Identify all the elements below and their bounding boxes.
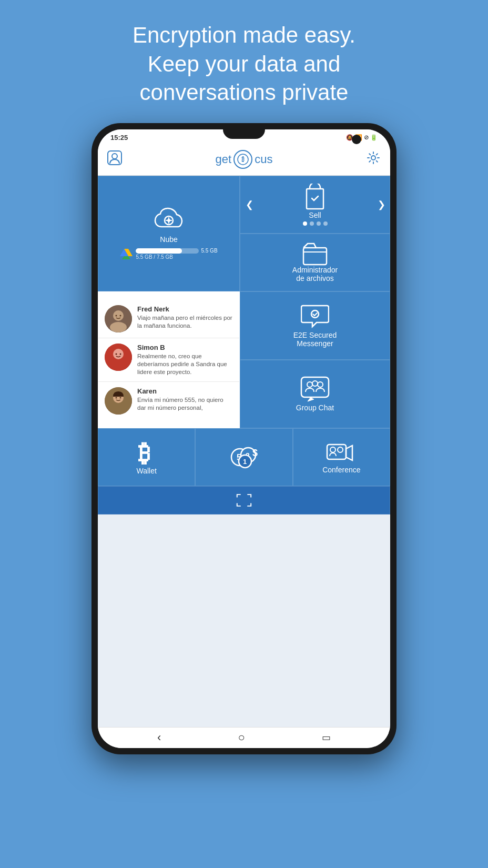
logo: get ₿ cus bbox=[216, 150, 273, 169]
svg-point-6 bbox=[167, 219, 170, 222]
svg-point-13 bbox=[113, 310, 124, 321]
msg-name-karen: Karen bbox=[137, 387, 233, 395]
messages-tile: Fred Nerk Viajo mañana pero el miércoles… bbox=[98, 291, 240, 428]
coins-tile[interactable]: 5 2 1 $ bbox=[195, 428, 292, 486]
svg-point-18 bbox=[113, 349, 124, 359]
settings-button[interactable] bbox=[366, 150, 381, 168]
msg-content-simon: Simon B Realmente no, creo que deberíamo… bbox=[137, 344, 233, 376]
svg-point-26 bbox=[120, 397, 121, 398]
phone-bottom-bar: ‹ ○ ▭ bbox=[98, 727, 390, 748]
svg-point-19 bbox=[110, 360, 127, 371]
dot-3 bbox=[317, 221, 321, 226]
svg-marker-9 bbox=[122, 256, 130, 259]
dot-1 bbox=[303, 221, 307, 226]
recent-button[interactable]: ▭ bbox=[322, 732, 331, 743]
msg-name-simon: Simon B bbox=[137, 344, 233, 351]
phone-outer: 15:25 🔕 📶 ⊘ 🔋 get bbox=[92, 123, 396, 754]
status-time: 15:25 bbox=[110, 134, 128, 142]
grid-container: Nube bbox=[98, 176, 390, 727]
svg-point-1 bbox=[112, 154, 117, 159]
msg-name-fred: Fred Nerk bbox=[137, 305, 233, 313]
app-header: get ₿ cus bbox=[98, 145, 390, 176]
scanner-row[interactable] bbox=[98, 486, 390, 514]
dot-4 bbox=[323, 221, 328, 226]
msg-text-karen: Envía mi número 555, no quiero dar mi nú… bbox=[137, 396, 233, 412]
group-chat-tile[interactable]: Group Chat bbox=[240, 360, 390, 428]
msg-content-karen: Karen Envía mi número 555, no quiero dar… bbox=[137, 387, 233, 412]
svg-point-20 bbox=[116, 353, 117, 355]
svg-point-30 bbox=[312, 381, 318, 386]
svg-point-4 bbox=[371, 156, 375, 160]
group-chat-label: Group Chat bbox=[296, 403, 334, 412]
sell-tile[interactable]: ❮ Sell bbox=[240, 176, 390, 234]
message-item-simon[interactable]: Simon B Realmente no, creo que deberíamo… bbox=[98, 338, 239, 382]
storage-total: 5.5 GB / 7.5 GB bbox=[136, 254, 173, 260]
phone-screen: 15:25 🔕 📶 ⊘ 🔋 get bbox=[98, 129, 390, 748]
right-tiles: E2E Secured Messenger bbox=[240, 291, 390, 428]
svg-point-14 bbox=[110, 322, 127, 332]
avatar-fred bbox=[105, 305, 132, 332]
msg-text-simon: Realmente no, creo que deberíamos pedirl… bbox=[137, 352, 233, 376]
svg-text:1: 1 bbox=[243, 458, 247, 466]
svg-point-21 bbox=[120, 353, 121, 355]
message-item-karen[interactable]: Karen Envía mi número 555, no quiero dar… bbox=[98, 382, 239, 420]
svg-text:₿: ₿ bbox=[138, 439, 150, 467]
nube-label: Nube bbox=[160, 235, 177, 244]
dot-2 bbox=[310, 221, 314, 226]
svg-point-16 bbox=[120, 315, 121, 316]
svg-point-24 bbox=[110, 404, 127, 415]
sell-label: Sell bbox=[309, 211, 321, 219]
home-button[interactable]: ○ bbox=[238, 731, 245, 744]
svg-text:₿: ₿ bbox=[241, 156, 245, 163]
svg-rect-11 bbox=[303, 248, 327, 265]
wallet-tile[interactable]: ₿ Wallet bbox=[98, 428, 195, 486]
msg-text-fred: Viajo mañana pero el miércoles por la ma… bbox=[137, 314, 233, 330]
svg-rect-28 bbox=[301, 377, 329, 397]
e2e-tile[interactable]: E2E Secured Messenger bbox=[240, 291, 390, 360]
svg-point-31 bbox=[318, 382, 323, 387]
avatar-karen bbox=[105, 387, 132, 415]
svg-rect-40 bbox=[327, 445, 346, 459]
files-label: Administrador de archivos bbox=[292, 266, 338, 282]
e2e-label: E2E Secured Messenger bbox=[293, 331, 337, 348]
status-icons: 🔕 📶 ⊘ 🔋 bbox=[346, 134, 378, 141]
next-arrow[interactable]: ❯ bbox=[378, 199, 385, 210]
nube-tile[interactable]: Nube bbox=[98, 176, 240, 291]
svg-point-25 bbox=[116, 397, 117, 398]
storage-used: 5.5 GB bbox=[201, 248, 217, 254]
phone-wrapper: 15:25 🔕 📶 ⊘ 🔋 get bbox=[92, 123, 396, 754]
message-item-fred[interactable]: Fred Nerk Viajo mañana pero el miércoles… bbox=[98, 300, 239, 338]
svg-point-15 bbox=[116, 315, 117, 316]
svg-point-42 bbox=[338, 447, 343, 452]
wallet-label: Wallet bbox=[136, 467, 156, 475]
conference-label: Conference bbox=[322, 466, 360, 474]
profile-button[interactable] bbox=[107, 150, 122, 168]
svg-text:$: $ bbox=[252, 448, 258, 458]
files-tile[interactable]: Administrador de archivos bbox=[240, 234, 390, 291]
avatar-simon bbox=[105, 344, 132, 371]
prev-arrow[interactable]: ❮ bbox=[246, 199, 253, 210]
msg-content-fred: Fred Nerk Viajo mañana pero el miércoles… bbox=[137, 305, 233, 330]
hero-text: Encryption made easy. Keep your data and… bbox=[90, 0, 398, 123]
back-button[interactable]: ‹ bbox=[157, 731, 161, 744]
status-bar: 15:25 🔕 📶 ⊘ 🔋 bbox=[98, 129, 390, 145]
svg-point-29 bbox=[307, 382, 312, 387]
svg-point-41 bbox=[330, 447, 336, 452]
conference-tile[interactable]: Conference bbox=[293, 428, 390, 486]
